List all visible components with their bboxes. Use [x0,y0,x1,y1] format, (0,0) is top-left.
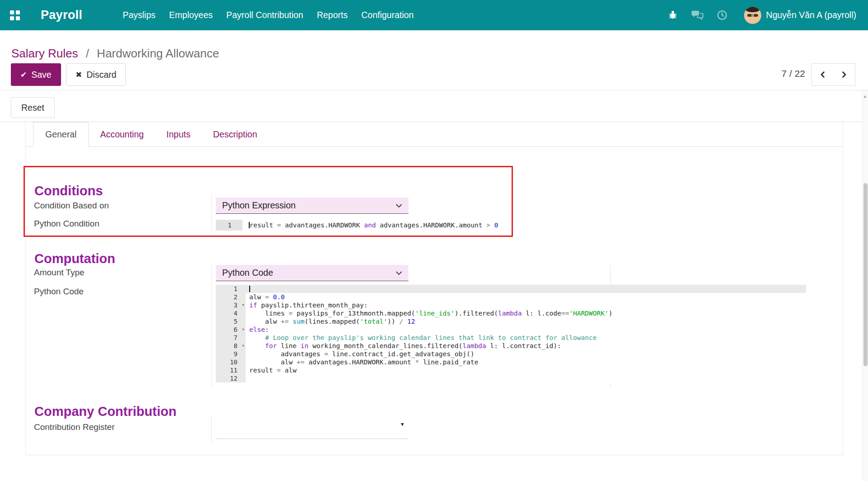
code-line-11[interactable]: 11result = alw [216,366,806,374]
code-text[interactable]: # Loop over the payslip's working calend… [246,334,806,342]
menu-payroll-contribution[interactable]: Payroll Contribution [219,0,310,30]
tab-description[interactable]: Description [202,122,269,146]
select-value: Python Code [222,268,273,278]
caret-down-icon[interactable]: ▾ [401,420,404,428]
line-number[interactable]: 10 [216,358,246,366]
line-number[interactable]: 3▾ [216,301,246,309]
check-icon: ✔ [20,71,27,79]
tab-inputs[interactable]: Inputs [155,122,202,146]
column-separator [211,264,212,388]
field-label-condition-based-on: Condition Based on [34,201,109,211]
breadcrumb-current: Hardworking Allowance [97,47,219,60]
code-text[interactable]: advantages = line.contract_id.get_advata… [246,350,806,358]
code-text[interactable] [246,374,806,382]
code-line-3[interactable]: 3▾if payslip.thirteen_month_pay: [216,301,806,309]
line-number[interactable]: 11 [216,366,246,374]
line-number[interactable]: 5 [216,317,246,325]
field-label-amount-type: Amount Type [34,268,85,278]
condition-based-on-select[interactable]: Python Expression [216,198,408,214]
code-text[interactable]: for line in working_month_calendar_lines… [246,342,806,350]
code-line-4[interactable]: 4 lines = payslips_for_13thmonth.mapped(… [216,309,806,317]
toolbar-divider [0,90,868,90]
menu-payslips[interactable]: Payslips [116,0,162,30]
chevron-right-icon [840,71,848,78]
fold-arrow-icon[interactable]: ▾ [242,301,245,309]
code-line-7[interactable]: 7 # Loop over the payslip's working cale… [216,334,806,342]
vertical-scrollbar[interactable]: ▲ [862,90,868,481]
fold-arrow-icon[interactable]: ▾ [242,342,245,350]
pager-next-button[interactable] [833,63,855,86]
chevron-left-icon [819,71,826,78]
save-button[interactable]: ✔ Save [11,63,61,86]
menu-configuration[interactable]: Configuration [355,0,421,30]
line-number[interactable]: 12 [216,374,246,382]
section-title-computation: Computation [34,251,115,266]
menu-employees[interactable]: Employees [162,0,219,30]
tab-general[interactable]: General [33,122,89,147]
section-title-company-contribution: Company Contribution [34,404,176,419]
fold-arrow-icon[interactable]: ▾ [242,325,245,334]
top-navigation-bar: Payroll PayslipsEmployeesPayroll Contrib… [0,0,868,30]
code-text[interactable]: if payslip.thirteen_month_pay: [246,301,806,309]
pager-previous-button[interactable] [811,63,834,86]
column-separator [211,415,212,442]
user-menu[interactable]: Nguyễn Văn A (payroll) [766,10,856,20]
code-line-12[interactable]: 12 [216,374,806,382]
amount-type-select[interactable]: Python Code [216,265,408,281]
avatar[interactable] [744,7,761,24]
code-text[interactable]: alw += advantages.HARDWORK.amount * line… [246,358,806,366]
code-line-10[interactable]: 10 alw += advantages.HARDWORK.amount * l… [216,358,806,366]
code-line-6[interactable]: 6▾else: [216,325,806,334]
code-line-1[interactable]: 1result = advantages.HARDWORK and advant… [216,220,514,231]
code-text[interactable] [246,285,806,293]
topbar-right-cluster: Nguyễn Văn A (payroll) [668,7,856,24]
x-icon: ✖ [76,71,82,79]
field-label-python-condition: Python Condition [34,219,100,229]
scrollbar-thumb[interactable] [863,183,868,366]
field-label-contribution-register: Contribution Register [34,422,114,432]
apps-grid-icon[interactable] [10,10,20,20]
line-number[interactable]: 6▾ [216,325,246,334]
reset-button[interactable]: Reset [11,97,55,118]
line-number[interactable]: 2 [216,293,246,301]
breadcrumb: Salary Rules / Hardworking Allowance [11,47,219,61]
notebook-tab-bar: GeneralAccountingInputsDescription [26,122,843,147]
python-code-editor[interactable]: 12alw = 0.03▾if payslip.thirteen_month_p… [216,285,806,382]
code-text[interactable]: result = alw [246,366,806,374]
line-number[interactable]: 1 [216,285,246,293]
line-number[interactable]: 4 [216,309,246,317]
code-text[interactable]: alw += sum(lines.mapped('total')) / 12 [246,317,806,325]
chat-icon[interactable] [691,9,703,21]
tab-accounting[interactable]: Accounting [89,122,155,146]
code-line-8[interactable]: 8▾ for line in working_month_calendar_li… [216,342,806,350]
chevron-down-icon [396,204,402,207]
line-number[interactable]: 8▾ [216,342,246,350]
column-separator [211,194,212,233]
top-menu: PayslipsEmployeesPayroll ContributionRep… [116,0,421,30]
field-label-python-code: Python Code [34,287,84,297]
bug-icon[interactable] [668,10,678,20]
line-number[interactable]: 7 [216,334,246,342]
text-cursor [249,286,250,292]
scroll-up-icon[interactable]: ▲ [863,94,867,99]
app-title[interactable]: Payroll [41,8,82,22]
chevron-down-icon [396,271,402,275]
code-line-5[interactable]: 5 alw += sum(lines.mapped('total')) / 12 [216,317,806,325]
code-text[interactable]: result = advantages.HARDWORK and advanta… [242,220,514,231]
breadcrumb-parent-link[interactable]: Salary Rules [11,47,78,60]
python-condition-editor[interactable]: 1result = advantages.HARDWORK and advant… [216,220,514,231]
code-text[interactable]: alw = 0.0 [246,293,806,301]
line-number[interactable]: 1 [216,220,242,231]
clock-icon[interactable] [716,9,728,21]
code-text[interactable]: else: [246,325,806,334]
menu-reports[interactable]: Reports [310,0,354,30]
discard-button[interactable]: ✖ Discard [66,63,126,86]
breadcrumb-separator: / [86,47,89,60]
code-line-2[interactable]: 2alw = 0.0 [216,293,806,301]
line-number[interactable]: 9 [216,350,246,358]
code-text[interactable]: lines = payslips_for_13thmonth.mapped('l… [246,309,806,317]
form-sheet: GeneralAccountingInputsDescription Condi… [25,122,843,455]
contribution-register-field[interactable] [216,439,408,439]
code-line-1[interactable]: 1 [216,285,806,293]
code-line-9[interactable]: 9 advantages = line.contract_id.get_adva… [216,350,806,358]
